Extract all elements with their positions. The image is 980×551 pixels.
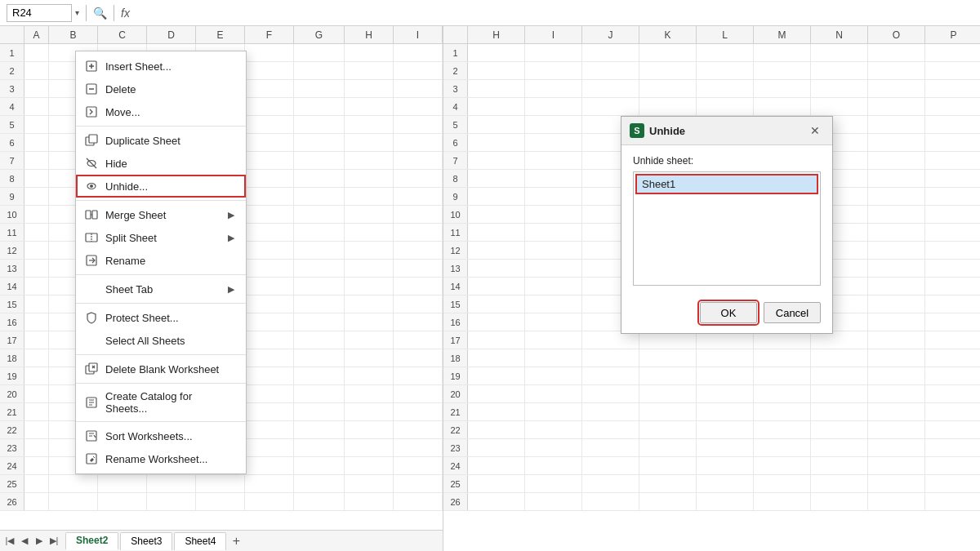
grid-cell[interactable] [245,278,294,295]
grid-cell[interactable] [925,403,980,420]
tab-prev-btn[interactable]: ◀ [18,535,31,548]
grid-cell[interactable] [525,260,582,277]
grid-cell[interactable] [468,439,525,456]
grid-cell[interactable] [639,421,697,438]
grid-cell[interactable] [245,295,294,313]
grid-cell[interactable] [582,80,639,97]
grid-cell[interactable] [582,493,639,510]
grid-cell[interactable] [525,367,582,384]
grid-cell[interactable] [394,475,443,492]
menu-item-rename-worksheet[interactable]: Rename Worksheet... [76,447,246,470]
grid-cell[interactable] [925,295,980,313]
grid-cell[interactable] [639,367,697,384]
grid-cell[interactable] [24,367,49,384]
grid-cell[interactable] [345,349,394,367]
grid-cell[interactable] [925,170,980,187]
grid-cell[interactable] [245,457,294,474]
grid-cell[interactable] [394,367,443,384]
grid-cell[interactable] [394,206,443,223]
grid-cell[interactable] [394,295,443,313]
grid-cell[interactable] [468,493,525,510]
grid-cell[interactable] [394,331,443,349]
grid-cell[interactable] [345,295,394,313]
right-col-header-H[interactable]: H [468,26,525,43]
grid-cell[interactable] [294,206,345,223]
grid-cell[interactable] [294,242,345,259]
grid-cell[interactable] [245,152,294,169]
grid-cell[interactable] [394,242,443,259]
grid-cell[interactable] [245,367,294,384]
menu-item-move[interactable]: Move... [76,100,246,123]
grid-cell[interactable] [345,224,394,241]
grid-cell[interactable] [294,349,345,367]
grid-cell[interactable] [868,278,925,295]
grid-cell[interactable] [582,421,639,438]
right-col-header-I[interactable]: I [525,26,582,43]
grid-cell[interactable] [525,116,582,133]
grid-cell[interactable] [24,313,49,331]
grid-cell[interactable] [754,349,811,367]
grid-cell[interactable] [525,313,582,331]
grid-cell[interactable] [245,44,294,61]
dialog-close-btn[interactable]: ✕ [806,122,824,140]
add-sheet-btn[interactable]: + [228,533,244,549]
grid-cell[interactable] [468,260,525,277]
grid-cell[interactable] [639,331,697,349]
grid-cell[interactable] [345,242,394,259]
grid-cell[interactable] [245,421,294,438]
grid-cell[interactable] [294,457,345,474]
col-header-B[interactable]: B [49,26,98,43]
grid-cell[interactable] [294,80,345,97]
menu-item-merge-sheet[interactable]: Merge Sheet▶ [76,203,246,226]
grid-cell[interactable] [697,493,754,510]
grid-cell[interactable] [345,385,394,402]
grid-cell[interactable] [868,224,925,241]
col-header-H[interactable]: H [345,26,394,43]
grid-cell[interactable] [24,475,49,492]
grid-cell[interactable] [294,367,345,384]
grid-cell[interactable] [925,385,980,402]
grid-cell[interactable] [345,206,394,223]
grid-cell[interactable] [639,403,697,420]
grid-cell[interactable] [811,493,868,510]
menu-item-hide[interactable]: Hide [76,152,246,175]
grid-cell[interactable] [394,188,443,205]
grid-cell[interactable] [394,116,443,133]
tab-first-btn[interactable]: |◀ [3,535,16,548]
grid-cell[interactable] [582,439,639,456]
grid-cell[interactable] [345,188,394,205]
grid-cell[interactable] [345,439,394,456]
name-box-dropdown-icon[interactable]: ▾ [75,8,79,17]
grid-cell[interactable] [147,493,196,510]
grid-cell[interactable] [811,349,868,367]
grid-cell[interactable] [525,421,582,438]
grid-cell[interactable] [868,62,925,79]
grid-cell[interactable] [525,242,582,259]
col-header-E[interactable]: E [196,26,245,43]
grid-cell[interactable] [394,349,443,367]
right-col-header-O[interactable]: O [868,26,925,43]
grid-cell[interactable] [196,493,245,510]
menu-item-duplicate-sheet[interactable]: Duplicate Sheet [76,129,246,152]
grid-cell[interactable] [24,62,49,79]
grid-cell[interactable] [868,367,925,384]
grid-cell[interactable] [468,313,525,331]
grid-cell[interactable] [468,367,525,384]
grid-cell[interactable] [525,98,582,115]
grid-cell[interactable] [868,44,925,61]
grid-cell[interactable] [925,152,980,169]
tab-next-btn[interactable]: ▶ [33,535,46,548]
grid-cell[interactable] [24,421,49,438]
grid-cell[interactable] [582,331,639,349]
grid-cell[interactable] [468,457,525,474]
grid-cell[interactable] [525,457,582,474]
grid-cell[interactable] [697,457,754,474]
grid-cell[interactable] [394,313,443,331]
grid-cell[interactable] [697,62,754,79]
grid-cell[interactable] [525,493,582,510]
grid-cell[interactable] [582,367,639,384]
grid-cell[interactable] [697,349,754,367]
col-header-C[interactable]: C [98,26,147,43]
grid-cell[interactable] [754,421,811,438]
grid-cell[interactable] [582,403,639,420]
